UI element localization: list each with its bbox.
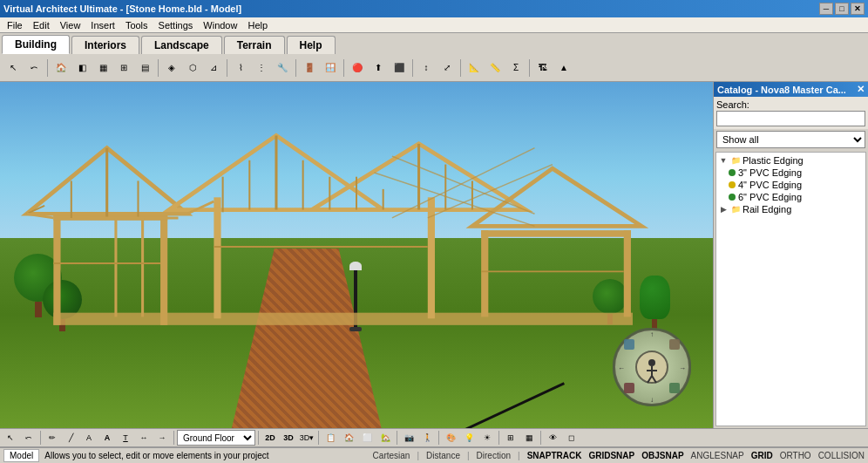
tab-interiors[interactable]: Interiors <box>71 36 139 54</box>
tool-20[interactable]: ⤢ <box>437 58 457 78</box>
menu-help[interactable]: Help <box>242 19 273 31</box>
tool-16[interactable]: 🔴 <box>348 58 367 78</box>
bt-walk-btn[interactable]: 🚶 <box>418 430 436 446</box>
tree-item-6pvc[interactable]: 6" PVC Edging <box>729 191 864 203</box>
tool-7[interactable]: ▤ <box>135 58 154 78</box>
svg-rect-7 <box>624 230 631 317</box>
tool-3[interactable]: 🏠 <box>51 58 71 78</box>
bt-front-btn[interactable]: ⬜ <box>358 430 376 446</box>
snaptrack-btn[interactable]: SNAPTRACK <box>527 451 582 460</box>
menu-insert[interactable]: Insert <box>85 19 120 31</box>
floor-select[interactable]: Ground Floor First Floor Second Floor Ba… <box>177 430 255 446</box>
tool-25[interactable]: ▲ <box>554 58 573 78</box>
tab-help[interactable]: Help <box>287 36 336 54</box>
tool-24[interactable]: 🏗 <box>533 58 553 78</box>
svg-marker-12 <box>472 168 641 226</box>
tree-folder-plastic-edging[interactable]: ▼ 📁 Plastic Edging <box>718 154 864 167</box>
tree-folder-rail-edging[interactable]: ▶ 📁 Rail Edging <box>718 203 864 215</box>
menu-tools[interactable]: Tools <box>120 19 153 31</box>
ortho-btn[interactable]: ORTHO <box>780 451 811 460</box>
bt-view3d-btn[interactable]: 3D▾ <box>298 430 315 446</box>
tree-item-3pvc[interactable]: 3" PVC Edging <box>729 167 864 179</box>
tool-19[interactable]: ↕ <box>417 58 436 78</box>
folder-icon: 📁 <box>730 155 741 166</box>
bt-dim-btn[interactable]: ↔ <box>135 430 153 446</box>
search-input[interactable] <box>716 111 865 126</box>
bt-textbox-btn[interactable]: T <box>117 430 134 446</box>
tool-18[interactable]: ⬛ <box>390 58 409 78</box>
bt-sep6 <box>438 431 439 445</box>
bt-grid-btn[interactable]: ⊞ <box>502 430 519 446</box>
bt-line-btn[interactable]: ╱ <box>62 430 79 446</box>
menu-window[interactable]: Window <box>198 19 242 31</box>
svg-text:↑: ↑ <box>650 330 654 338</box>
bt-cam-btn[interactable]: 📷 <box>400 430 417 446</box>
bt-undo-btn[interactable]: ⤺ <box>20 430 37 446</box>
nav-compass[interactable]: ↑ → ↓ ← <box>608 323 695 411</box>
bt-eye-btn[interactable]: 👁 <box>544 430 561 446</box>
tool-6[interactable]: ⊞ <box>114 58 133 78</box>
tool-9[interactable]: ⬡ <box>183 58 202 78</box>
tab-landscape[interactable]: Landscape <box>141 36 222 54</box>
bt-hide-btn[interactable]: ◻ <box>562 430 580 446</box>
gridsnap-btn[interactable]: GRIDSNAP <box>588 451 634 460</box>
nav-tabs: Building Interiors Landscape Terrain Hel… <box>0 33 868 54</box>
bt-arrow-btn[interactable]: → <box>153 430 171 446</box>
collision-btn[interactable]: COLLISION <box>818 451 865 460</box>
tool-23[interactable]: Σ <box>506 58 526 78</box>
sep8 <box>529 59 530 77</box>
bt-draw-btn[interactable]: ✏ <box>44 430 61 446</box>
bt-text-btn[interactable]: A <box>80 430 98 446</box>
svg-rect-0 <box>53 313 633 325</box>
bt-textb-btn[interactable]: A <box>98 430 116 446</box>
tool-17[interactable]: ⬆ <box>369 58 388 78</box>
bt-grid2-btn[interactable]: ▦ <box>520 430 538 446</box>
tool-10[interactable]: ⊿ <box>204 58 223 78</box>
close-button[interactable]: ✕ <box>851 3 865 15</box>
tool-13[interactable]: 🔧 <box>273 58 292 78</box>
bt-select-btn[interactable]: ↖ <box>2 430 19 446</box>
tab-terrain[interactable]: Terrain <box>224 36 285 54</box>
viewport[interactable]: ↑ → ↓ ← <box>0 82 713 428</box>
tree-item-4pvc[interactable]: 4" PVC Edging <box>729 179 864 191</box>
tool-2[interactable]: ⤺ <box>24 58 44 78</box>
tool-12[interactable]: ⋮ <box>252 58 271 78</box>
bt-plan-btn[interactable]: 📋 <box>322 430 339 446</box>
tool-8[interactable]: ◈ <box>162 58 181 78</box>
bt-mat-btn[interactable]: 🎨 <box>442 430 459 446</box>
sep3 <box>227 59 227 77</box>
menu-file[interactable]: File <box>2 19 28 31</box>
sep6 <box>412 59 413 77</box>
compass-overlay: ↑ → ↓ ← <box>608 323 695 411</box>
svg-rect-41 <box>669 339 680 350</box>
tool-5[interactable]: ▦ <box>93 58 112 78</box>
tool-14[interactable]: 🚪 <box>300 58 319 78</box>
model-tab[interactable]: Model <box>3 449 39 462</box>
bt-light-btn[interactable]: 💡 <box>460 430 478 446</box>
bt-3d-btn[interactable]: 3D <box>280 430 297 446</box>
bt-elev-btn[interactable]: 🏠 <box>340 430 357 446</box>
select-tool-btn[interactable]: ↖ <box>3 58 23 78</box>
tool-22[interactable]: 📏 <box>485 58 505 78</box>
maximize-button[interactable]: □ <box>835 3 849 15</box>
folder-label-plastic: Plastic Edging <box>743 155 804 166</box>
menu-view[interactable]: View <box>55 19 86 31</box>
tool-21[interactable]: 📐 <box>465 58 484 78</box>
grid-btn[interactable]: GRID <box>751 451 773 460</box>
menu-settings[interactable]: Settings <box>153 19 199 31</box>
anglesnap-btn[interactable]: ANGLESNAP <box>691 451 744 460</box>
tool-4[interactable]: ◧ <box>72 58 92 78</box>
tab-building[interactable]: Building <box>2 35 70 54</box>
sep1 <box>47 59 48 77</box>
tool-11[interactable]: ⌇ <box>231 58 250 78</box>
bt-sun-btn[interactable]: ☀ <box>478 430 496 446</box>
bt-2d-btn[interactable]: 2D <box>261 430 279 446</box>
item-label-3pvc: 3" PVC Edging <box>738 167 802 178</box>
catalog-filter-select[interactable]: Show all Recently Used Favorites <box>716 131 865 148</box>
minimize-button[interactable]: ─ <box>819 3 833 15</box>
tool-15[interactable]: 🪟 <box>321 58 340 78</box>
menu-edit[interactable]: Edit <box>28 19 55 31</box>
catalog-close-icon[interactable]: ✕ <box>857 84 865 95</box>
objsnap-btn[interactable]: OBJSNAP <box>641 451 683 460</box>
bt-house2-btn[interactable]: 🏡 <box>376 430 394 446</box>
